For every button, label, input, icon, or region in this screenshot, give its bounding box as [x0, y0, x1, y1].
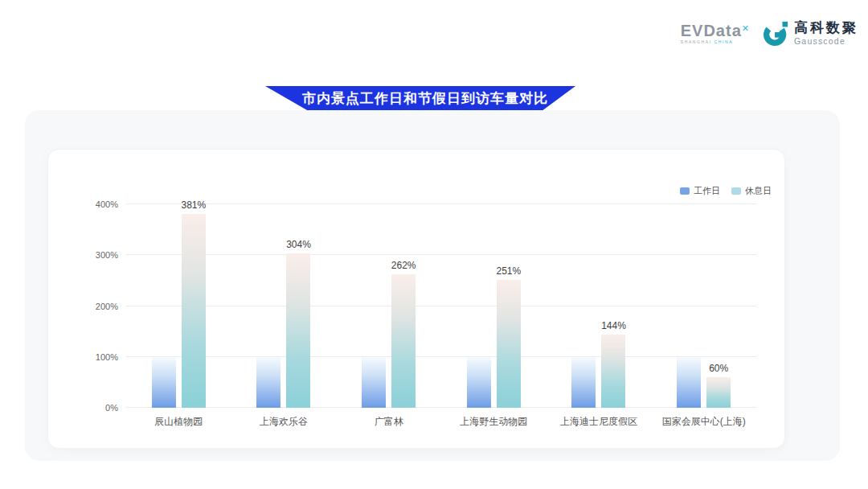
legend-label: 工作日 — [694, 185, 720, 197]
bar-chart-plot: 0%100%200%300%400%381%辰山植物园304%上海欢乐谷262%… — [126, 204, 756, 408]
bar-value-label: 381% — [170, 199, 218, 211]
bar-holiday — [497, 280, 521, 408]
x-axis-category-label: 辰山植物园 — [126, 415, 231, 429]
legend-item[interactable]: 休息日 — [731, 185, 772, 197]
bar-group: 60%国家会展中心(上海) — [651, 204, 756, 408]
bar-workday — [467, 357, 491, 408]
page-title: 市内景点工作日和节假日到访车量对比 — [293, 89, 548, 108]
y-axis-tick-label: 100% — [78, 352, 118, 362]
legend-label: 休息日 — [745, 185, 772, 197]
bar-holiday — [286, 253, 310, 408]
bar-holiday — [182, 214, 206, 408]
gausscode-g-icon — [762, 19, 789, 47]
bar-holiday — [706, 377, 731, 408]
bar-value-label: 60% — [694, 363, 743, 374]
gausscode-logo: 高科数聚 Gausscode — [762, 19, 858, 47]
chart-card: 工作日休息日 0%100%200%300%400%381%辰山植物园304%上海… — [47, 149, 785, 449]
evdata-subtext: SHANGHAI CHINA — [681, 40, 749, 44]
x-axis-category-label: 上海野生动物园 — [441, 415, 547, 429]
bar-value-label: 304% — [274, 239, 322, 250]
bar-group: 304%上海欢乐谷 — [231, 204, 337, 408]
bar-group: 381%辰山植物园 — [126, 204, 231, 408]
evdata-logo: EVData✕ SHANGHAI CHINA — [681, 23, 749, 44]
gausscode-text: 高科数聚 Gausscode — [794, 21, 858, 46]
y-axis-tick-label: 0% — [78, 403, 118, 413]
x-axis-category-label: 上海欢乐谷 — [231, 415, 337, 429]
title-ribbon: 市内景点工作日和节假日到访车量对比 — [265, 86, 575, 110]
chart-legend: 工作日休息日 — [680, 185, 772, 197]
bar-value-label: 144% — [589, 320, 637, 331]
gausscode-en: Gausscode — [794, 37, 858, 46]
legend-marker-icon — [680, 187, 690, 195]
evdata-x-icon: ✕ — [742, 23, 749, 32]
bar-group: 262%广富林 — [336, 204, 441, 408]
bar-value-label: 251% — [485, 265, 533, 277]
bar-holiday — [391, 274, 416, 408]
bar-workday — [571, 357, 596, 408]
bar-group: 144%上海迪士尼度假区 — [547, 204, 652, 408]
y-axis-tick-label: 300% — [78, 250, 118, 260]
bar-workday — [256, 357, 280, 408]
x-axis-category-label: 广富林 — [336, 415, 441, 429]
bar-value-label: 262% — [379, 260, 428, 271]
bar-group: 251%上海野生动物园 — [441, 204, 547, 408]
bar-holiday — [601, 335, 625, 408]
page: EVData✕ SHANGHAI CHINA 高科数聚 Gausscode 市内… — [0, 0, 868, 489]
evdata-wordmark: EVData✕ — [681, 23, 749, 39]
y-axis-tick-label: 400% — [78, 199, 118, 209]
gausscode-cn: 高科数聚 — [794, 21, 858, 35]
y-axis-tick-label: 200% — [78, 302, 118, 311]
bar-workday — [152, 357, 176, 408]
header-logos: EVData✕ SHANGHAI CHINA 高科数聚 Gausscode — [681, 19, 858, 47]
legend-marker-icon — [731, 187, 741, 195]
chart-panel: 工作日休息日 0%100%200%300%400%381%辰山植物园304%上海… — [25, 110, 840, 461]
bar-workday — [362, 357, 386, 408]
legend-item[interactable]: 工作日 — [680, 185, 720, 197]
x-axis-category-label: 国家会展中心(上海) — [651, 415, 756, 429]
x-axis-category-label: 上海迪士尼度假区 — [547, 415, 652, 429]
